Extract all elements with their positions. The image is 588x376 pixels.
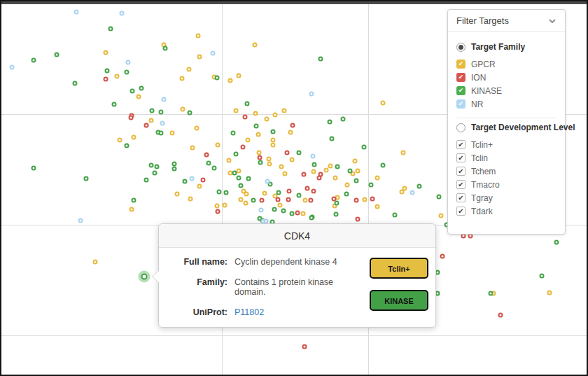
scatter-point-kinase[interactable] — [239, 183, 244, 188]
scatter-point-kinase[interactable] — [132, 198, 136, 203]
scatter-point-ion[interactable] — [302, 344, 307, 349]
scatter-point-gpcr[interactable] — [188, 197, 193, 202]
scatter-point-kinase[interactable] — [362, 145, 367, 150]
scatter-point-gpcr[interactable] — [303, 198, 308, 203]
scatter-point-kinase[interactable] — [217, 190, 222, 195]
uniprot-link[interactable]: P11802 — [234, 307, 264, 317]
checkbox-gpcr[interactable]: ✔ — [456, 60, 465, 69]
tdl-radio-row[interactable]: Target Development Level — [456, 123, 556, 132]
scatter-point-ion[interactable] — [285, 151, 290, 155]
scatter-point-kinase[interactable] — [155, 165, 160, 169]
scatter-point-gpcr[interactable] — [353, 159, 358, 164]
scatter-point-kinase[interactable] — [393, 213, 398, 218]
scatter-point-ion[interactable] — [204, 153, 209, 158]
scatter-point-ion[interactable] — [201, 178, 206, 183]
scatter-point-kinase[interactable] — [172, 167, 177, 172]
scatter-point-kinase[interactable] — [112, 102, 117, 107]
tdl-filter-tchem[interactable]: ✔Tchem — [456, 165, 556, 178]
scatter-point-kinase[interactable] — [130, 89, 135, 94]
scatter-point-kinase[interactable] — [272, 207, 277, 212]
scatter-point-ion[interactable] — [104, 77, 108, 82]
scatter-point-nr[interactable] — [78, 218, 83, 223]
scatter-point-kinase[interactable] — [144, 178, 149, 183]
scatter-point-nr[interactable] — [259, 208, 264, 213]
scatter-point-gpcr[interactable] — [439, 214, 444, 218]
tdl-filter-tgray[interactable]: ✔Tgray — [456, 191, 556, 204]
scatter-point-kinase[interactable] — [31, 166, 36, 171]
scatter-point-gpcr[interactable] — [324, 168, 329, 173]
scatter-point-gpcr[interactable] — [273, 113, 278, 118]
scatter-point-kinase[interactable] — [108, 27, 113, 32]
scatter-point-gpcr[interactable] — [237, 74, 241, 78]
scatter-point-kinase[interactable] — [234, 152, 239, 157]
scatter-point-gpcr[interactable] — [301, 211, 306, 216]
scatter-point-gpcr[interactable] — [149, 118, 154, 123]
scatter-point-kinase[interactable] — [309, 216, 314, 221]
scatter-point-gpcr[interactable] — [279, 165, 284, 169]
scatter-point-gpcr[interactable] — [375, 204, 380, 209]
scatter-point-kinase[interactable] — [328, 120, 332, 125]
scatter-point-nr[interactable] — [211, 51, 216, 56]
scatter-point-kinase[interactable] — [125, 70, 130, 75]
checkbox-tclin-plus[interactable]: ✔ — [456, 140, 465, 149]
checkbox-kinase[interactable]: ✔ — [456, 86, 465, 95]
scatter-point-gpcr[interactable] — [257, 151, 262, 155]
scatter-point-gpcr[interactable] — [244, 192, 249, 197]
scatter-point-ion[interactable] — [243, 115, 248, 120]
scatter-point-kinase[interactable] — [246, 176, 251, 181]
scatter-point-kinase[interactable] — [297, 151, 302, 155]
scatter-point-gpcr[interactable] — [363, 197, 368, 202]
scatter-point-kinase[interactable] — [334, 212, 339, 217]
scatter-point-gpcr[interactable] — [283, 172, 288, 176]
scatter-point-nr[interactable] — [120, 11, 125, 16]
scatter-point-gpcr[interactable] — [216, 143, 220, 148]
scatter-point-kinase[interactable] — [281, 209, 286, 214]
scatter-point-kinase[interactable] — [276, 190, 281, 195]
scatter-point-gpcr[interactable] — [197, 55, 202, 60]
target-family-radio-row[interactable]: Target Family — [456, 42, 556, 52]
tdl-radio[interactable] — [456, 123, 465, 132]
scatter-point-gpcr[interactable] — [400, 190, 405, 195]
scatter-point-kinase[interactable] — [149, 163, 154, 168]
scatter-point-kinase[interactable] — [341, 117, 346, 122]
scatter-point-gpcr[interactable] — [223, 203, 227, 208]
scatter-point-kinase[interactable] — [344, 192, 349, 197]
scatter-point-kinase[interactable] — [212, 166, 217, 171]
scatter-point-gpcr[interactable] — [282, 109, 287, 113]
scatter-point-gpcr[interactable] — [228, 78, 233, 83]
scatter-point-nr[interactable] — [160, 121, 165, 126]
tdl-filter-tclin-plus[interactable]: ✔Tclin+ — [456, 138, 556, 151]
family-badge-kinase[interactable]: KINASE — [370, 290, 428, 311]
scatter-point-gpcr[interactable] — [237, 169, 241, 174]
scatter-point-ion[interactable] — [290, 123, 295, 128]
scatter-point-kinase[interactable] — [271, 130, 276, 134]
scatter-point-gpcr[interactable] — [271, 138, 276, 143]
scatter-point-gpcr[interactable] — [181, 107, 186, 112]
family-filter-nr[interactable]: ✔NR — [456, 97, 556, 111]
scatter-point-gpcr[interactable] — [130, 207, 134, 212]
scatter-point-gpcr[interactable] — [187, 67, 192, 72]
checkbox-nr[interactable]: ✔ — [456, 99, 465, 109]
scatter-point-nr[interactable] — [74, 10, 79, 15]
selected-scatter-point-cdk4[interactable] — [141, 274, 148, 280]
scatter-point-gpcr[interactable] — [190, 146, 195, 151]
scatter-point-kinase[interactable] — [231, 131, 236, 136]
scatter-point-gpcr[interactable] — [132, 135, 136, 140]
scatter-point-gpcr[interactable] — [244, 201, 248, 206]
scatter-point-ion[interactable] — [241, 145, 246, 150]
scatter-point-kinase[interactable] — [84, 176, 89, 181]
scatter-point-ion[interactable] — [354, 198, 359, 203]
scatter-point-kinase[interactable] — [330, 137, 335, 141]
scatter-point-kinase[interactable] — [245, 102, 250, 106]
scatter-point-kinase[interactable] — [237, 176, 241, 181]
scatter-point-kinase[interactable] — [159, 110, 164, 115]
scatter-point-nr[interactable] — [126, 60, 131, 65]
scatter-point-kinase[interactable] — [254, 124, 259, 129]
scatter-point-ion[interactable] — [356, 217, 360, 222]
scatter-point-ion[interactable] — [216, 209, 220, 214]
scatter-point-kinase[interactable] — [31, 58, 36, 63]
chevron-down-icon[interactable] — [548, 17, 556, 25]
target-family-radio[interactable] — [456, 43, 465, 52]
scatter-point-kinase[interactable] — [335, 165, 340, 169]
scatter-point-kinase[interactable] — [153, 171, 158, 176]
